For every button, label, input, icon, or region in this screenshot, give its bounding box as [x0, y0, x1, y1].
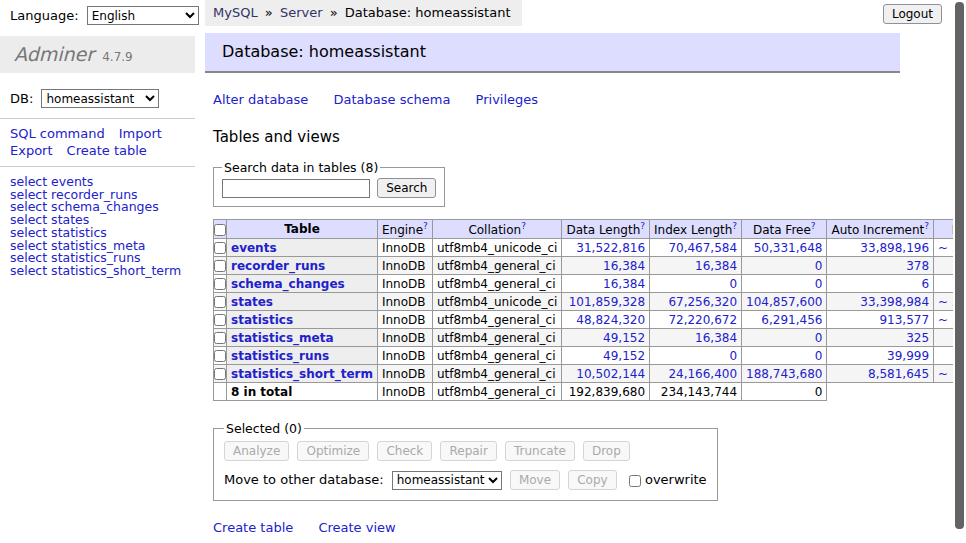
export-link[interactable]: Export: [10, 143, 53, 158]
column-header-data-free: Data Free?: [742, 220, 827, 239]
drop-button[interactable]: Drop: [583, 441, 630, 461]
logout-button[interactable]: Logout: [883, 4, 942, 24]
engine-cell: InnoDB: [377, 257, 432, 275]
auto-increment-cell: 378: [827, 257, 934, 275]
row-checkbox[interactable]: [214, 296, 226, 308]
row-checkbox[interactable]: [214, 242, 226, 254]
main-content: MySQL » Server » Database: homeassistant…: [205, 0, 953, 543]
sidebar-select-link[interactable]: select statistics_short_term: [10, 265, 195, 278]
search-button[interactable]: Search: [377, 178, 436, 198]
row-checkbox[interactable]: [214, 260, 226, 272]
app-header: Adminer 4.7.9: [0, 36, 195, 73]
table-name-link[interactable]: statistics_runs: [231, 349, 329, 363]
create-table-link[interactable]: Create table: [213, 520, 293, 535]
database-schema-link[interactable]: Database schema: [334, 92, 451, 107]
db-select[interactable]: homeassistant: [41, 89, 159, 108]
engine-cell: InnoDB: [377, 275, 432, 293]
index-length-cell: 16,384: [650, 329, 742, 347]
search-fieldset: Search data in tables (8) Search: [213, 160, 445, 207]
engine-cell: InnoDB: [377, 311, 432, 329]
auto-increment-cell: 6: [827, 275, 934, 293]
table-name-link[interactable]: schema_changes: [231, 277, 345, 291]
data-length-cell: 49,152: [562, 329, 650, 347]
table-name-link[interactable]: states: [231, 295, 273, 309]
column-header-auto-increment: Auto Increment?: [827, 220, 934, 239]
row-checkbox[interactable]: [214, 278, 226, 290]
engine-cell: InnoDB: [377, 293, 432, 311]
row-checkbox[interactable]: [214, 350, 226, 362]
help-icon[interactable]: ?: [924, 221, 929, 231]
help-icon[interactable]: ?: [521, 221, 526, 231]
alter-database-link[interactable]: Alter database: [213, 92, 308, 107]
engine-cell: InnoDB: [377, 329, 432, 347]
table-name-link[interactable]: statistics_meta: [231, 331, 334, 345]
row-checkbox[interactable]: [214, 368, 226, 380]
table-name-link[interactable]: events: [231, 241, 277, 255]
data-length-cell: 16,384: [562, 275, 650, 293]
help-icon[interactable]: ?: [640, 221, 645, 231]
move-button[interactable]: Move: [510, 470, 560, 490]
collation-cell: utf8mb4_general_ci: [432, 311, 562, 329]
collation-cell: utf8mb4_general_ci: [432, 365, 562, 383]
row-checkbox[interactable]: [214, 314, 226, 326]
total-data-length: 192,839,680: [562, 383, 650, 401]
select-all-checkbox[interactable]: [214, 224, 226, 236]
row-checkbox[interactable]: [214, 332, 226, 344]
search-input[interactable]: [222, 179, 370, 198]
engine-cell: InnoDB: [377, 347, 432, 365]
table-name-link[interactable]: recorder_runs: [231, 259, 325, 273]
help-icon[interactable]: ?: [732, 221, 737, 231]
breadcrumb-server-type-link[interactable]: MySQL: [213, 5, 258, 20]
logout-form: Logout: [883, 4, 942, 24]
import-link[interactable]: Import: [119, 126, 162, 141]
search-legend: Search data in tables (8): [222, 160, 380, 175]
auto-increment-cell: 33,898,196: [827, 239, 934, 257]
database-action-links: Alter database Database schema Privilege…: [213, 92, 953, 107]
app-logo: Adminer: [14, 43, 94, 65]
tables-and-views-title: Tables and views: [213, 128, 953, 146]
data-length-cell: 10,502,144: [562, 365, 650, 383]
table-name-link[interactable]: statistics: [231, 313, 293, 327]
collation-cell: utf8mb4_general_ci: [432, 329, 562, 347]
index-length-cell: 16,384: [650, 257, 742, 275]
repair-button[interactable]: Repair: [440, 441, 496, 461]
selected-fieldset: Selected (0) Analyze Optimize Check Repa…: [213, 421, 718, 501]
collation-cell: utf8mb4_unicode_ci: [432, 293, 562, 311]
db-label: DB:: [10, 91, 33, 106]
move-row: Move to other database: homeassistant Mo…: [224, 470, 707, 490]
breadcrumb: MySQL » Server » Database: homeassistant: [205, 0, 522, 26]
move-database-select[interactable]: homeassistant: [392, 471, 502, 490]
adminer-page: Language: English Adminer 4.7.9 DB: home…: [0, 0, 966, 543]
overwrite-label: overwrite: [645, 472, 707, 487]
create-table-link-sidebar[interactable]: Create table: [67, 143, 147, 158]
scrollbar-thumb[interactable]: [955, 2, 964, 529]
table-row: events InnoDB utf8mb4_unicode_ci 31,522,…: [214, 239, 966, 257]
auto-increment-cell: 913,577: [827, 311, 934, 329]
data-free-cell: 0: [742, 257, 827, 275]
data-free-cell: 0: [742, 275, 827, 293]
analyze-button[interactable]: Analyze: [224, 441, 289, 461]
total-data-free: 0: [742, 383, 827, 401]
check-button[interactable]: Check: [377, 441, 432, 461]
breadcrumb-separator: »: [330, 5, 338, 20]
scrollbar-track[interactable]: [953, 0, 966, 543]
auto-increment-cell: 325: [827, 329, 934, 347]
sql-command-link[interactable]: SQL command: [10, 126, 105, 141]
privileges-link[interactable]: Privileges: [476, 92, 539, 107]
copy-button[interactable]: Copy: [568, 470, 616, 490]
selected-legend: Selected (0): [224, 421, 304, 436]
overwrite-checkbox[interactable]: [629, 475, 641, 487]
breadcrumb-separator: »: [265, 5, 273, 20]
total-engine: InnoDB: [377, 383, 432, 401]
truncate-button[interactable]: Truncate: [505, 441, 575, 461]
table-row: schema_changes InnoDB utf8mb4_general_ci…: [214, 275, 966, 293]
breadcrumb-current: Database: homeassistant: [345, 5, 511, 20]
help-icon[interactable]: ?: [423, 221, 428, 231]
language-select[interactable]: English: [87, 6, 199, 25]
optimize-button[interactable]: Optimize: [297, 441, 369, 461]
sidebar-menu-links: SQL commandImport ExportCreate table: [0, 118, 195, 167]
breadcrumb-server-link[interactable]: Server: [280, 5, 323, 20]
help-icon[interactable]: ?: [811, 221, 816, 231]
table-name-link[interactable]: statistics_short_term: [231, 367, 373, 381]
create-view-link[interactable]: Create view: [318, 520, 395, 535]
